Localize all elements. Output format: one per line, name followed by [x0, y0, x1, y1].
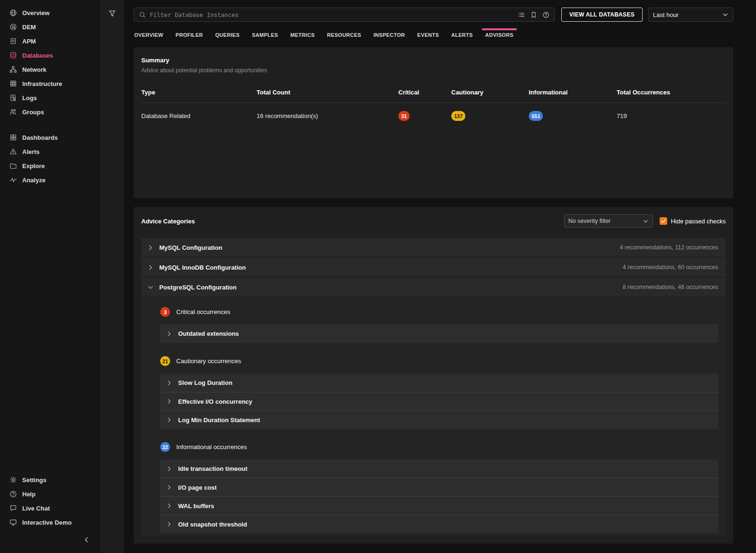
advice-controls: No severity filter Hide passed checks	[564, 214, 726, 228]
advisor-row-idle-transaction-timeout[interactable]: Idle transaction timeout	[160, 459, 718, 478]
sidebar-item-dem[interactable]: DEM	[0, 20, 101, 34]
time-range-value: Last hour	[653, 11, 679, 18]
dashboards-icon	[9, 134, 17, 141]
informational-occurrences-heading: 22 Informational occurrences	[160, 442, 718, 452]
sidebar-item-explore[interactable]: Explore	[0, 159, 101, 173]
advisor-row-io-page-cost[interactable]: I/O page cost	[160, 478, 718, 496]
summary-card: Summary Advice about potential problems …	[134, 47, 733, 198]
bookmark-icon[interactable]	[530, 11, 537, 18]
cautionary-count-badge: 137	[451, 111, 465, 121]
topbar: VIEW ALL DATABASES Last hour	[124, 0, 756, 22]
severity-filter-select[interactable]: No severity filter	[564, 214, 653, 228]
advisor-row-effective-io-concurrency[interactable]: Effective I/O concurrency	[160, 392, 718, 410]
advisor-row-slow-log-duration[interactable]: Slow Log Duration	[160, 374, 718, 392]
cell-total-occurrences: 719	[617, 112, 726, 119]
sidebar-item-settings[interactable]: Settings	[0, 473, 101, 487]
sidebar-item-label: Interactive Demo	[22, 519, 72, 526]
tab-advisors[interactable]: ADVISORS	[485, 28, 514, 43]
sidebar-item-label: APM	[22, 38, 36, 45]
advice-header: Advice Categories No severity filter Hid…	[141, 214, 726, 228]
advisor-row-wal-buffers[interactable]: WAL buffers	[160, 496, 718, 515]
sidebar-item-apm[interactable]: APM	[0, 34, 101, 48]
sidebar-item-network[interactable]: Network	[0, 62, 101, 77]
advisor-row-old-snapshot-threshold[interactable]: Old snapshot threshold	[160, 515, 718, 533]
tab-events[interactable]: EVENTS	[417, 28, 439, 43]
gear-icon	[9, 476, 17, 484]
sidebar-item-databases[interactable]: Databases	[0, 48, 101, 62]
filter-rail	[101, 0, 124, 553]
tab-profiler[interactable]: PROFILER	[175, 28, 204, 43]
category-summary: 8 recommendations, 46 occurrences	[623, 284, 718, 290]
column-header-critical: Critical	[398, 89, 451, 96]
sidebar-item-label: Network	[22, 66, 46, 73]
chevron-right-icon	[166, 484, 172, 491]
list-view-icon[interactable]	[518, 11, 525, 18]
tab-metrics[interactable]: METRICS	[290, 28, 315, 43]
network-icon	[9, 66, 17, 73]
tab-inspector[interactable]: INSPECTOR	[373, 28, 405, 43]
critical-count-badge: 31	[398, 111, 410, 121]
sidebar-item-label: Settings	[22, 476, 46, 484]
sidebar-item-overview[interactable]: Overview	[0, 6, 101, 20]
sidebar-item-label: DEM	[22, 24, 36, 31]
critical-group-badge: 3	[160, 307, 170, 317]
time-range-select[interactable]: Last hour	[648, 8, 733, 22]
severity-filter-value: No severity filter	[568, 218, 611, 224]
sidebar-item-groups[interactable]: Groups	[0, 105, 101, 119]
hide-passed-checks-control[interactable]: Hide passed checks	[660, 217, 726, 225]
help-circle-icon[interactable]	[542, 11, 550, 18]
advisor-row-log-min-duration-statement[interactable]: Log Min Duration Statement	[160, 410, 718, 429]
sidebar: Overview DEM APM Databases Network Infra…	[0, 0, 101, 553]
chevron-left-icon	[83, 536, 90, 544]
chevron-right-icon	[166, 331, 172, 337]
chevron-right-icon	[166, 417, 172, 423]
tab-queries[interactable]: QUERIES	[215, 28, 241, 43]
category-summary: 4 recommendations, 112 occurrences	[620, 244, 718, 251]
chevron-right-icon	[166, 398, 172, 405]
instance-filter-search[interactable]	[134, 8, 555, 22]
sidebar-item-dashboards[interactable]: Dashboards	[0, 130, 101, 145]
tab-alerts[interactable]: ALERTS	[451, 28, 473, 43]
column-header-total-occurrences: Total Occurrences	[617, 89, 726, 96]
tab-samples[interactable]: SAMPLES	[251, 28, 278, 43]
sidebar-item-label: Databases	[22, 52, 53, 59]
sidebar-collapse-button[interactable]	[0, 529, 101, 551]
category-row-postgresql-configuration[interactable]: PostgreSQL Configuration 8 recommendatio…	[141, 278, 726, 297]
tab-overview[interactable]: OVERVIEW	[134, 28, 164, 43]
postgresql-expanded-panel: 3 Critical occurrences Outdated extensio…	[141, 297, 726, 536]
monitor-icon	[9, 519, 17, 526]
advisor-row-outdated-extensions[interactable]: Outdated extensions	[160, 324, 718, 343]
critical-items-group: Outdated extensions	[160, 324, 718, 343]
sidebar-item-logs[interactable]: Logs	[0, 91, 101, 105]
sidebar-item-interactive-demo[interactable]: Interactive Demo	[0, 515, 101, 529]
sidebar-primary-group: Overview DEM APM Databases Network Infra…	[0, 6, 101, 119]
main-panel: VIEW ALL DATABASES Last hour OVERVIEW PR…	[124, 0, 756, 553]
sidebar-secondary-group: Dashboards Alerts Explore Analyze	[0, 130, 101, 187]
chevron-right-icon	[166, 521, 172, 527]
informational-group-badge: 22	[160, 442, 170, 452]
sidebar-item-label: Dashboards	[22, 134, 58, 141]
category-row-mysql-configuration[interactable]: MySQL Configuration 4 recommendations, 1…	[141, 238, 726, 257]
sidebar-item-help[interactable]: Help	[0, 487, 101, 501]
search-input[interactable]	[150, 11, 514, 18]
cautionary-occurrences-heading: 21 Cautionary occurrences	[160, 356, 718, 366]
advice-categories-card: Advice Categories No severity filter Hid…	[134, 207, 733, 544]
category-summary: 4 recommendations, 60 occurrences	[623, 264, 718, 271]
view-all-databases-button[interactable]: VIEW ALL DATABASES	[561, 8, 643, 22]
sidebar-item-live-chat[interactable]: Live Chat	[0, 501, 101, 515]
sidebar-item-alerts[interactable]: Alerts	[0, 145, 101, 159]
category-list: MySQL Configuration 4 recommendations, 1…	[141, 238, 726, 536]
sidebar-item-label: Help	[22, 491, 35, 498]
pulse-icon	[9, 176, 17, 184]
column-header-informational: Informational	[529, 89, 617, 96]
summary-table-row: Database Related 16 recommendation(s) 31…	[141, 103, 726, 129]
funnel-filter-icon[interactable]	[108, 9, 116, 17]
sidebar-item-infrastructure[interactable]: Infrastructure	[0, 77, 101, 91]
sidebar-item-analyze[interactable]: Analyze	[0, 173, 101, 187]
chat-bubble-icon	[9, 504, 17, 512]
tab-resources[interactable]: RESOURCES	[326, 28, 361, 43]
checkbox-checked[interactable]	[660, 217, 667, 225]
category-row-mysql-innodb-configuration[interactable]: MySQL InnoDB Configuration 4 recommendat…	[141, 258, 726, 277]
chevron-right-icon	[166, 380, 172, 386]
group-label: Cautionary occurrences	[176, 357, 241, 365]
